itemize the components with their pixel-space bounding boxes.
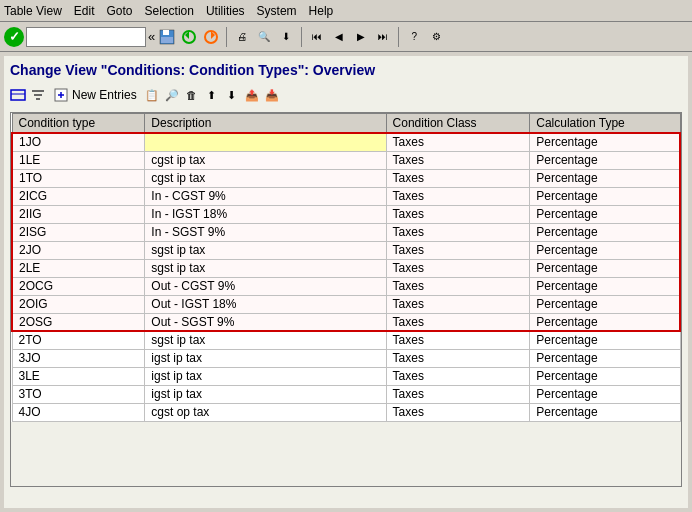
move-down-button[interactable]: ⬇: [224, 87, 240, 103]
cell-condition-class: Taxes: [386, 223, 530, 241]
help-button[interactable]: ?: [404, 27, 424, 47]
table-row[interactable]: 1JOTaxesPercentage: [12, 133, 680, 151]
table-row[interactable]: 2OSGOut - SGST 9%TaxesPercentage: [12, 313, 680, 331]
undo-button[interactable]: [179, 27, 199, 47]
print-button[interactable]: 🖨: [232, 27, 252, 47]
find-button[interactable]: 🔍: [254, 27, 274, 47]
copy-button[interactable]: 📋: [144, 87, 160, 103]
first-page-button[interactable]: ⏮: [307, 27, 327, 47]
import-button[interactable]: 📥: [264, 87, 280, 103]
action-toolbar: New Entries 📋 🔎 🗑 ⬆ ⬇ 📤 📥: [10, 86, 682, 104]
redo-button[interactable]: [201, 27, 221, 47]
table-row[interactable]: 3LEigst ip taxTaxesPercentage: [12, 367, 680, 385]
cell-calculation-type: Percentage: [530, 169, 680, 187]
table-row[interactable]: 2LEsgst ip taxTaxesPercentage: [12, 259, 680, 277]
new-entries-button[interactable]: New Entries: [50, 86, 140, 104]
menu-item-system[interactable]: System: [257, 4, 297, 18]
table-row[interactable]: 1TOcgst ip taxTaxesPercentage: [12, 169, 680, 187]
cell-condition-class: Taxes: [386, 241, 530, 259]
cell-calculation-type: Percentage: [530, 205, 680, 223]
cell-condition-type: 1JO: [12, 133, 145, 151]
move-up-button[interactable]: ⬆: [204, 87, 220, 103]
cell-description: igst ip tax: [145, 367, 386, 385]
cell-description: cgst ip tax: [145, 169, 386, 187]
table-row[interactable]: 2TOsgst ip taxTaxesPercentage: [12, 331, 680, 349]
cell-description: Out - IGST 18%: [145, 295, 386, 313]
svg-rect-9: [32, 90, 44, 92]
cell-condition-type: 2OIG: [12, 295, 145, 313]
menu-item-help[interactable]: Help: [309, 4, 334, 18]
cell-condition-class: Taxes: [386, 385, 530, 403]
menu-item-table-view[interactable]: Table View: [4, 4, 62, 18]
cell-condition-type: 2ICG: [12, 187, 145, 205]
table-row[interactable]: 2JOsgst ip taxTaxesPercentage: [12, 241, 680, 259]
menu-item-goto[interactable]: Goto: [107, 4, 133, 18]
cell-condition-class: Taxes: [386, 169, 530, 187]
export-button[interactable]: 📤: [244, 87, 260, 103]
filter-icon: [30, 87, 46, 103]
main-toolbar: ✓ « 🖨 🔍 ⬇ ⏮ ◀ ▶ ⏭ ? ⚙: [0, 22, 692, 52]
svg-rect-11: [36, 98, 40, 100]
cell-condition-class: Taxes: [386, 403, 530, 421]
separator-1: [226, 27, 227, 47]
svg-rect-7: [11, 90, 25, 100]
table-header-row: Condition type Description Condition Cla…: [12, 114, 680, 134]
next-page-button[interactable]: ▶: [351, 27, 371, 47]
toolbar-icon-1[interactable]: [10, 87, 26, 103]
table-row[interactable]: 2OIGOut - IGST 18%TaxesPercentage: [12, 295, 680, 313]
description-edit-field[interactable]: [151, 135, 379, 149]
nav-first-icon[interactable]: «: [148, 29, 155, 44]
cell-condition-type: 2TO: [12, 331, 145, 349]
cell-condition-type: 2IIG: [12, 205, 145, 223]
prev-page-button[interactable]: ◀: [329, 27, 349, 47]
table-row[interactable]: 3TOigst ip taxTaxesPercentage: [12, 385, 680, 403]
cell-condition-class: Taxes: [386, 187, 530, 205]
new-entries-label: New Entries: [72, 88, 137, 102]
table-row[interactable]: 1LEcgst ip taxTaxesPercentage: [12, 151, 680, 169]
detail-button[interactable]: 🔎: [164, 87, 180, 103]
cell-calculation-type: Percentage: [530, 151, 680, 169]
new-entries-icon: [53, 87, 69, 103]
cell-description: Out - SGST 9%: [145, 313, 386, 331]
conditions-table: Condition type Description Condition Cla…: [10, 112, 682, 487]
cell-description: sgst ip tax: [145, 241, 386, 259]
customize-button[interactable]: ⚙: [426, 27, 446, 47]
cell-condition-class: Taxes: [386, 313, 530, 331]
delete-button[interactable]: 🗑: [184, 87, 200, 103]
cell-condition-type: 3TO: [12, 385, 145, 403]
table-row[interactable]: 2IIGIn - IGST 18%TaxesPercentage: [12, 205, 680, 223]
last-page-button[interactable]: ⏭: [373, 27, 393, 47]
menu-item-edit[interactable]: Edit: [74, 4, 95, 18]
cell-condition-class: Taxes: [386, 367, 530, 385]
cell-description: In - SGST 9%: [145, 223, 386, 241]
cell-condition-type: 4JO: [12, 403, 145, 421]
cell-calculation-type: Percentage: [530, 259, 680, 277]
find-next-button[interactable]: ⬇: [276, 27, 296, 47]
table-row[interactable]: 4JOcgst op taxTaxesPercentage: [12, 403, 680, 421]
cell-calculation-type: Percentage: [530, 187, 680, 205]
cell-calculation-type: Percentage: [530, 223, 680, 241]
cell-condition-class: Taxes: [386, 151, 530, 169]
menu-item-selection[interactable]: Selection: [145, 4, 194, 18]
cell-condition-class: Taxes: [386, 331, 530, 349]
table-row[interactable]: 2OCGOut - CGST 9%TaxesPercentage: [12, 277, 680, 295]
cell-condition-class: Taxes: [386, 259, 530, 277]
cell-description: In - IGST 18%: [145, 205, 386, 223]
menu-item-utilities[interactable]: Utilities: [206, 4, 245, 18]
command-field[interactable]: [26, 27, 146, 47]
toolbar-icon-2[interactable]: [30, 87, 46, 103]
table-row[interactable]: 2ICGIn - CGST 9%TaxesPercentage: [12, 187, 680, 205]
cell-condition-class: Taxes: [386, 295, 530, 313]
col-header-condition-class: Condition Class: [386, 114, 530, 134]
cell-description: Out - CGST 9%: [145, 277, 386, 295]
cell-calculation-type: Percentage: [530, 241, 680, 259]
check-icon: ✓: [9, 29, 20, 44]
cell-condition-class: Taxes: [386, 205, 530, 223]
confirm-button[interactable]: ✓: [4, 27, 24, 47]
table-row[interactable]: 3JOigst ip taxTaxesPercentage: [12, 349, 680, 367]
save-button[interactable]: [157, 27, 177, 47]
table-row[interactable]: 2ISGIn - SGST 9%TaxesPercentage: [12, 223, 680, 241]
redo-icon: [203, 29, 219, 45]
cell-calculation-type: Percentage: [530, 133, 680, 151]
cell-description: igst ip tax: [145, 349, 386, 367]
